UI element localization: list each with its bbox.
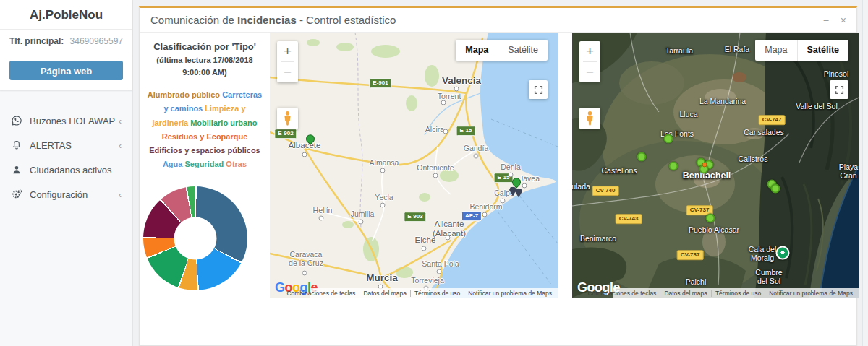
road-badge: E-901 [369,78,391,88]
category-label: Residuos y Ecoparque [162,132,248,141]
sidebar-item-alertas[interactable]: ALERTAS ‹ [0,133,132,157]
panel-title-suffix: - Control estadístico [297,14,396,26]
map-label: Santa Pola [422,259,459,268]
attribution-link[interactable]: Términos de uso [711,290,765,297]
satellite-map[interactable]: TarraulaEl RafaPinosolLa MandarinaLlucaV… [572,33,859,298]
green-circle-marker[interactable] [706,214,715,223]
zoom-controls: + − [579,41,600,82]
sidebar-item-ciudadanos[interactable]: Ciudadanos activos [0,157,132,182]
window-controls: − × [823,8,846,32]
map-button[interactable]: Mapa [755,40,796,61]
attribution-link[interactable]: Datos del mapa [359,290,410,297]
page-scrollbar[interactable] [862,0,868,346]
map-label: Denia [501,163,520,171]
dot-marker [501,199,506,204]
minimize-icon[interactable]: − [823,15,829,25]
map-attribution: Combinaciones de teclasDatos del mapaTér… [310,288,558,298]
road-badge: E-902 [274,129,297,139]
road-badge: E-903 [404,212,426,222]
panel-header: Comunicación de Incidencias - Control es… [140,8,856,33]
map-label: Caravaca de la Cruz [289,250,323,267]
road-badge: CV-737 [677,250,704,260]
dark-pin-marker[interactable] [515,189,522,198]
map-label: Cumbre del Sol [755,268,782,285]
green-circle-marker[interactable] [637,152,647,162]
map-label: Murcia [366,272,398,284]
map-label: Pinosol [824,69,848,78]
attribution-link[interactable]: Datos del mapa [660,290,711,297]
green-circle-marker[interactable] [664,134,673,144]
map-label: La Mandarina [699,97,746,105]
attribution-link[interactable]: Notificar un problema de Maps [464,290,556,297]
sidebar-menu: Buzones HOLAWAP ‹ ALERTAS ‹ Ciudadanos a… [0,108,132,207]
map-label: Hellín [313,206,333,215]
chevron-left-icon: ‹ [119,189,122,200]
website-button[interactable]: Página web [9,61,123,80]
category-label: Mobiliario urbano [190,118,257,127]
zoom-in-button[interactable]: + [277,41,298,61]
sidebar: Aj.PobleNou Tlf. principal: 34690965597 … [0,0,133,346]
place-pin-marker[interactable] [776,246,790,260]
close-icon[interactable]: × [841,15,846,25]
orange-dot-marker[interactable] [702,163,707,168]
green-circle-marker[interactable] [669,162,678,171]
donut-hole [174,217,217,260]
category-label: Edificios y espacios públicos [149,146,260,155]
map-label: Benidorm [470,202,503,211]
road-badge: E-15 [456,126,476,136]
dot-marker [454,87,459,92]
fullscreen-button[interactable] [830,80,848,99]
map-label: Gandía [464,144,488,152]
green-circle-marker[interactable] [771,184,780,194]
map-label: ulada [572,182,590,191]
green-pin-marker[interactable] [511,176,523,189]
sidebar-item-configuracion[interactable]: Configuración ‹ [0,182,132,207]
map-label: El Rafa [725,45,749,53]
dot-marker [302,271,307,276]
pegman-button[interactable] [579,108,600,129]
donut-chart-wrap [143,186,247,290]
map-label: Albacete [289,141,321,150]
zoom-out-button[interactable]: − [277,62,298,82]
panel-title: Comunicación de Incidencias - Control es… [150,14,396,26]
attribution-link[interactable]: Combinaciones de teclas [283,290,359,297]
green-pin-marker[interactable] [305,133,317,145]
category-label: Seguridad [184,160,224,168]
map-label: Valle del Sol [796,102,838,111]
dot-marker [359,220,364,225]
dot-marker [380,168,386,173]
sidebar-item-label: Configuración [30,189,119,200]
dot-marker [482,212,488,217]
dot-marker [509,173,514,178]
zoom-in-button[interactable]: + [579,41,600,61]
sidebar-item-label: ALERTAS [30,140,119,151]
attribution-link[interactable]: Combinaciones de teclas [584,290,660,297]
divider [0,53,132,53]
zoom-controls: + − [277,41,298,82]
attribution-link[interactable]: Términos de uso [410,290,464,297]
sidebar-item-buzones[interactable]: Buzones HOLAWAP ‹ [0,108,132,133]
satellite-button[interactable]: Satélite [797,40,848,61]
category-label: Otras [226,160,247,168]
category-label: Alumbrado público [148,90,220,99]
pegman-button[interactable] [277,108,298,129]
map-label: Jumilla [351,209,375,218]
phone-row: Tlf. principal: 34690965597 [0,30,132,53]
satellite-button[interactable]: Satélite [498,40,548,61]
dot-marker [446,235,451,241]
fullscreen-icon [835,85,844,95]
fullscreen-button[interactable] [529,80,548,99]
map-button[interactable]: Mapa [456,40,498,61]
road-badge: AP-7 [461,211,482,221]
chevron-left-icon: ‹ [119,116,122,126]
map-label: Almansa [370,158,399,167]
dot-marker [380,203,386,208]
phone-label: Tlf. principal: [9,36,64,46]
dot-marker [443,129,448,134]
zoom-out-button[interactable]: − [579,62,600,82]
attribution-link[interactable]: Notificar un problema de Maps [765,290,856,297]
map-label: Torrent [438,92,461,100]
map-attribution: Combinaciones de teclasDatos del mapaTér… [613,288,859,298]
whatsapp-icon [11,115,22,126]
road-map[interactable]: ValenciaTorrentAlciraGandíaAlbaceteAlman… [270,33,558,298]
